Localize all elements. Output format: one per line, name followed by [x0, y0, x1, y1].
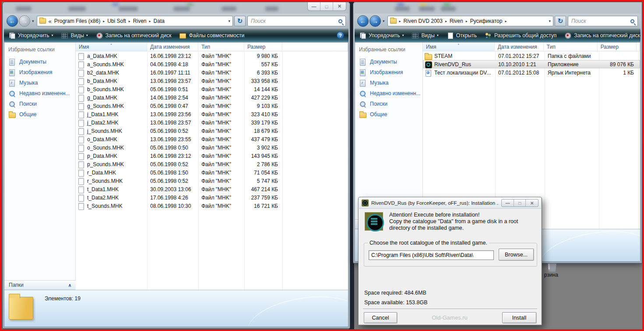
sidebar-item[interactable]: Изображения: [359, 67, 422, 78]
breadcrumb-item[interactable]: Riven: [450, 18, 463, 24]
sidebar-item[interactable]: Недавно измененн...: [359, 88, 422, 99]
toolbar-button[interactable]: Разрешить общий доступ: [485, 32, 556, 39]
file-row[interactable]: t_Sounds.MHK 08.06.1998 10:30 Файл "MHK"…: [76, 202, 348, 210]
toolbar-button[interactable]: Упорядочить: [359, 32, 404, 39]
breadcrumb-item[interactable]: Data: [154, 18, 165, 24]
file-row[interactable]: b_Sounds.MHK 05.06.1998 0:51 Файл "MHK" …: [76, 85, 348, 93]
breadcrumb-separator-icon[interactable]: ▸: [445, 19, 447, 23]
back-button[interactable]: ←: [357, 15, 369, 27]
toolbar-button[interactable]: Упорядочить: [8, 32, 53, 39]
window-titlebar[interactable]: — □ ✕: [3, 2, 350, 14]
sidebar-item[interactable]: Изображения: [8, 67, 75, 78]
file-row[interactable]: g_Sounds.MHK 05.06.1998 0:47 Файл "MHK" …: [76, 102, 348, 110]
column-header-date[interactable]: Дата изменения: [147, 43, 198, 51]
browse-button[interactable]: Browse...: [499, 249, 534, 260]
sidebar-item[interactable]: Общие: [8, 109, 75, 120]
file-row[interactable]: o_Data.MHK 13.06.1998 23:55 Файл "MHK" 4…: [76, 135, 348, 143]
sidebar-item[interactable]: Недавно измененн...: [8, 88, 75, 99]
file-row[interactable]: p_Data.MHK 16.06.1998 23:12 Файл "MHK" 1…: [76, 152, 348, 160]
recycle-bin-label[interactable]: рзина: [544, 272, 558, 278]
file-row[interactable]: b_Data.MHK 13.06.1998 23:57 Файл "MHK" 3…: [76, 77, 348, 85]
file-row[interactable]: r_Data.MHK 05.06.1998 1:50 Файл "MHK" 71…: [76, 168, 348, 177]
address-dropdown-icon[interactable]: ▾: [545, 19, 551, 23]
toolbar-button[interactable]: Виды: [412, 32, 438, 39]
install-button[interactable]: Install: [502, 312, 536, 323]
breadcrumb-separator-icon[interactable]: ▸: [129, 19, 130, 23]
sidebar-item[interactable]: Документы: [8, 57, 75, 67]
file-row[interactable]: o_Sounds.MHK 05.06.1998 0:50 Файл "MHK" …: [76, 143, 348, 152]
breadcrumb-item[interactable]: Program Files (x86): [54, 18, 100, 24]
file-row[interactable]: p_Sounds.MHK 05.06.1998 0:52 Файл "MHK" …: [76, 160, 348, 168]
forward-button[interactable]: →: [19, 15, 30, 27]
column-header-name[interactable]: Имя: [423, 43, 495, 51]
sidebar-item[interactable]: Музыка: [8, 78, 75, 88]
close-button[interactable]: ✕: [333, 2, 346, 11]
maximize-button[interactable]: □: [514, 199, 526, 206]
help-icon[interactable]: ?: [337, 32, 344, 39]
file-row[interactable]: RivenDVD_Rus 10.10.2010 1:21 Приложение …: [423, 60, 640, 68]
file-row[interactable]: r_Sounds.MHK 05.06.1998 0:52 Файл "MHK" …: [76, 177, 348, 185]
breadcrumb-separator-icon[interactable]: ▸: [505, 19, 507, 23]
file-row[interactable]: STEAM 07.01.2012 15:27 Папка с файлами: [423, 52, 640, 60]
refresh-button[interactable]: ↻: [555, 16, 566, 26]
sidebar-item[interactable]: Документы: [359, 57, 422, 67]
column-header-filler: [637, 43, 640, 51]
install-path-input[interactable]: C:\Program Files (x86)\Ubi Soft\Riven\Da…: [369, 250, 494, 260]
dialog-divider: [363, 309, 537, 310]
maximize-button[interactable]: □: [320, 2, 333, 11]
breadcrumb-overflow-chevron[interactable]: «: [49, 18, 52, 25]
toolbar-button[interactable]: Открыть: [447, 32, 477, 39]
file-row[interactable]: a_Data.MHK 16.06.1998 23:12 Файл "MHK" 9…: [76, 52, 348, 60]
file-row[interactable]: g_Data.MHK 14.06.1998 2:54 Файл "MHK" 42…: [76, 93, 348, 102]
file-row[interactable]: a_Sounds.MHK 04.06.1998 4:18 Файл "MHK" …: [76, 60, 348, 68]
file-row[interactable]: j_Sounds.MHK 05.06.1998 0:52 Файл "MHK" …: [76, 127, 348, 135]
breadcrumb-separator-icon[interactable]: ▸: [466, 19, 468, 23]
toolbar-button[interactable]: Виды: [61, 32, 88, 39]
sidebar-item[interactable]: Поиски: [8, 99, 75, 109]
window-titlebar[interactable]: [353, 2, 642, 14]
breadcrumb-item[interactable]: Русификатор: [470, 18, 503, 24]
recent-pages-dropdown-icon[interactable]: ▾: [383, 19, 385, 23]
minimize-button[interactable]: —: [308, 2, 320, 11]
breadcrumb-item[interactable]: Riven: [133, 18, 147, 24]
file-row[interactable]: j_Data1.MHK 13.06.1998 23:56 Файл "MHK" …: [76, 110, 348, 118]
search-box[interactable]: Поиск: [568, 16, 638, 26]
column-header-date[interactable]: Дата изменения: [495, 43, 544, 51]
forward-button[interactable]: →: [370, 15, 381, 27]
search-icon[interactable]: [338, 19, 342, 23]
close-button[interactable]: ✕: [526, 199, 538, 206]
address-dropdown-icon[interactable]: ▾: [225, 19, 230, 23]
refresh-button[interactable]: ↻: [234, 16, 246, 26]
chevron-up-icon[interactable]: ∧: [68, 283, 71, 288]
recent-pages-dropdown-icon[interactable]: ▾: [32, 19, 34, 23]
file-row[interactable]: t_Data1.MHK 30.09.2003 13:06 Файл "MHK" …: [76, 185, 348, 193]
address-bar[interactable]: « Program Files (x86)▸Ubi Soft▸Riven▸Dat…: [37, 16, 233, 26]
folders-bar[interactable]: Папки ∧: [4, 280, 76, 290]
column-header-name[interactable]: Имя: [76, 43, 147, 51]
file-row[interactable]: b2_data.MHK 16.09.1997 11:11 Файл "MHK" …: [76, 68, 348, 77]
file-row[interactable]: j_Data2.MHK 13.06.1998 23:57 Файл "MHK" …: [76, 118, 348, 127]
sidebar-item[interactable]: Поиски: [359, 99, 422, 109]
breadcrumb-item[interactable]: Ubi Soft: [107, 18, 126, 24]
breadcrumb-separator-icon[interactable]: ▸: [103, 19, 105, 23]
breadcrumb-separator-icon[interactable]: ▸: [149, 19, 151, 23]
search-icon[interactable]: [630, 19, 634, 23]
column-header-size[interactable]: Размер: [598, 43, 637, 51]
minimize-button[interactable]: —: [502, 199, 514, 206]
column-header-size[interactable]: Размер: [244, 43, 282, 51]
toolbar-button[interactable]: Запись на оптический диск: [96, 32, 172, 39]
back-button[interactable]: ←: [7, 15, 18, 27]
column-header-type[interactable]: Тип: [544, 43, 598, 51]
address-bar[interactable]: Riven DVD 2003▸Riven▸Русификатор▸ ▾: [387, 16, 553, 26]
sidebar-item[interactable]: Музыка: [359, 78, 422, 88]
toolbar-button[interactable]: Запись на оптический диск: [564, 32, 640, 39]
dialog-titlebar[interactable]: RivenDVD_Rus (by ForceKeeper, oFF_rus): …: [359, 198, 541, 209]
breadcrumb-item[interactable]: Riven DVD 2003: [404, 18, 443, 24]
search-box[interactable]: Поиск: [247, 16, 346, 26]
sidebar-item[interactable]: Общие: [359, 109, 422, 120]
cancel-button[interactable]: Cancel: [364, 312, 397, 323]
toolbar-button[interactable]: Файлы совместимости: [179, 32, 244, 39]
column-header-type[interactable]: Тип: [198, 43, 244, 51]
file-row[interactable]: Тест локализации DV... 07.01.2012 15:08 …: [423, 68, 640, 77]
file-row[interactable]: t_Data2.MHK 17.06.1998 4:26 Файл "MHK" 2…: [76, 193, 348, 202]
